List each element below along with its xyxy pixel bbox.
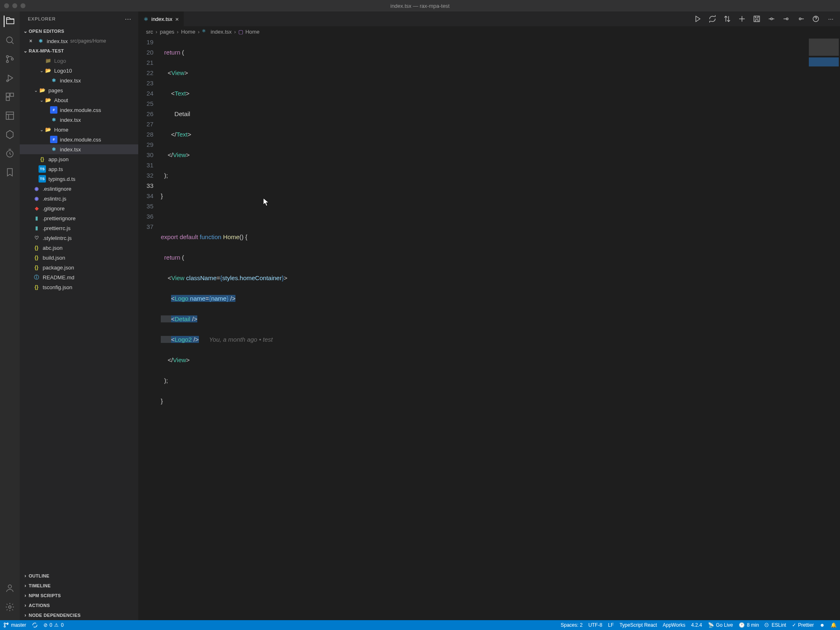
file-typings[interactable]: TStypings.d.ts	[20, 174, 138, 184]
file-home-tsx[interactable]: ⚛index.tsx	[20, 144, 138, 154]
save-icon[interactable]	[753, 15, 760, 23]
crumb-file[interactable]: ⚛index.tsx	[202, 28, 231, 35]
crumb-home[interactable]: Home	[181, 29, 195, 35]
section-timeline[interactable]: ›TIMELINE	[20, 581, 138, 591]
code-editor[interactable]: 19202122232425262728293031323334353637 r…	[139, 37, 807, 620]
tree-label: .eslintrc.js	[43, 196, 66, 202]
debug-icon[interactable]	[4, 72, 16, 84]
file-appjson[interactable]: {}app.json	[20, 154, 138, 164]
explorer-icon[interactable]	[4, 16, 15, 27]
file-gitignore[interactable]: ◆.gitignore	[20, 203, 138, 213]
section-actions[interactable]: ›ACTIONS	[20, 600, 138, 610]
commit-left-icon[interactable]	[783, 15, 790, 23]
minimap[interactable]	[807, 37, 840, 620]
sb-prettier[interactable]: ✓Prettier	[792, 622, 814, 628]
add-icon[interactable]	[738, 15, 746, 23]
section-project[interactable]: ⌄ RAX-MPA-TEST	[20, 46, 138, 56]
source-control-icon[interactable]	[4, 53, 16, 65]
close-icon[interactable]: ×	[175, 16, 179, 23]
file-buildjson[interactable]: {}build.json	[20, 253, 138, 262]
more-icon[interactable]: ⋯	[827, 15, 834, 23]
bookmark-icon[interactable]	[4, 167, 16, 178]
section-open-editors[interactable]: ⌄ OPEN EDITORS	[20, 26, 138, 36]
file-home-css[interactable]: #index.module.css	[20, 135, 138, 144]
sidebar-title: EXPLORER	[28, 16, 56, 21]
refresh-icon[interactable]	[709, 15, 716, 23]
window-controls[interactable]	[4, 3, 25, 8]
sb-problems[interactable]: ⊘0 ⚠0	[43, 622, 64, 628]
section-npm-scripts[interactable]: ›NPM SCRIPTS	[20, 591, 138, 600]
sb-spaces[interactable]: Spaces: 2	[561, 622, 582, 628]
code-content[interactable]: return ( <View> <Text> Detail </Text> </…	[161, 37, 807, 620]
section-label: TIMELINE	[29, 583, 51, 588]
file-appts[interactable]: TSapp.ts	[20, 164, 138, 174]
sb-feedback-icon[interactable]: ☻	[819, 622, 825, 628]
tab-index-tsx[interactable]: ⚛ index.tsx ×	[139, 11, 184, 26]
folder-logo[interactable]: 📁Logo	[20, 56, 138, 66]
sidebar-header: EXPLORER ⋯	[20, 11, 138, 26]
extensions-icon[interactable]	[4, 91, 16, 103]
file-abcjson[interactable]: {}abc.json	[20, 243, 138, 253]
sb-eol[interactable]: LF	[608, 622, 614, 628]
sb-time[interactable]: 🕐8 min	[739, 622, 759, 628]
folder-home[interactable]: ⌄📂Home	[20, 125, 138, 135]
hexagon-icon[interactable]	[4, 129, 16, 140]
svg-point-15	[799, 18, 801, 20]
file-about-css[interactable]: #index.module.css	[20, 105, 138, 115]
crumb-pages[interactable]: pages	[160, 29, 174, 35]
folder-logo10[interactable]: ⌄📂Logo10	[20, 66, 138, 75]
crumb-symbol[interactable]: ▢Home	[238, 29, 260, 35]
svg-point-0	[7, 37, 12, 43]
file-prettierignore[interactable]: ▮.prettierignore	[20, 213, 138, 223]
search-icon[interactable]	[4, 34, 16, 46]
file-packagejson[interactable]: {}package.json	[20, 262, 138, 272]
sb-branch[interactable]: master	[3, 622, 26, 628]
timer-icon[interactable]	[4, 148, 16, 159]
close-icon[interactable]: ×	[27, 37, 34, 45]
sidebar-more-icon[interactable]: ⋯	[125, 15, 132, 23]
breadcrumb[interactable]: src› pages› Home› ⚛index.tsx› ▢Home	[139, 26, 840, 37]
window-minimize[interactable]	[12, 3, 17, 8]
layout-icon[interactable]	[4, 110, 16, 121]
account-icon[interactable]	[4, 582, 16, 594]
sb-eslint[interactable]: ⛒ESLint	[765, 622, 786, 628]
commit-right-icon[interactable]	[797, 15, 805, 23]
tabs-bar: ⚛ index.tsx × ⋯	[139, 11, 840, 26]
sb-bell-icon[interactable]: 🔔	[831, 622, 837, 628]
crumb-src[interactable]: src	[146, 29, 153, 35]
file-tsconfig[interactable]: {}tsconfig.json	[20, 282, 138, 292]
commit-prev-icon[interactable]	[768, 15, 775, 23]
sb-sync[interactable]	[32, 622, 38, 628]
file-about-tsx[interactable]: ⚛index.tsx	[20, 115, 138, 125]
file-stylelintrc[interactable]: ♡.stylelintrc.js	[20, 233, 138, 243]
folder-about[interactable]: ⌄📂About	[20, 95, 138, 105]
file-eslintrc[interactable]: ◉.eslintrc.js	[20, 194, 138, 203]
sb-version[interactable]: 4.2.4	[691, 622, 702, 628]
help-icon[interactable]	[812, 15, 819, 23]
chevron-down-icon: ⌄	[22, 48, 29, 54]
file-prettierrc[interactable]: ▮.prettierrc.js	[20, 223, 138, 233]
folder-icon: 📁	[44, 57, 52, 64]
file-eslintignore[interactable]: ◉.eslintignore	[20, 184, 138, 194]
tree-label: Home	[54, 127, 68, 133]
section-node-dependencies[interactable]: ›NODE DEPENDENCIES	[20, 610, 138, 620]
compare-icon[interactable]	[724, 15, 731, 23]
chevron-right-icon: ›	[22, 583, 29, 589]
file-logo10-index[interactable]: ⚛index.tsx	[20, 75, 138, 85]
window-close[interactable]	[4, 3, 9, 8]
window-maximize[interactable]	[21, 3, 25, 8]
eslint-icon: ◉	[33, 195, 40, 202]
ts-icon: TS	[39, 165, 46, 173]
svg-rect-7	[6, 97, 9, 100]
settings-icon[interactable]	[4, 601, 16, 613]
section-outline[interactable]: ›OUTLINE	[20, 571, 138, 581]
open-editor-item[interactable]: × ⚛ index.tsx src/pages/Home	[20, 36, 138, 46]
run-icon[interactable]	[694, 15, 701, 23]
sb-golive[interactable]: 📡Go Live	[708, 622, 733, 628]
folder-pages[interactable]: ⌄📂pages	[20, 85, 138, 95]
sb-appworks[interactable]: AppWorks	[663, 622, 685, 628]
tree-label: package.json	[43, 265, 74, 271]
sb-encoding[interactable]: UTF-8	[588, 622, 602, 628]
sb-language[interactable]: TypeScript React	[619, 622, 657, 628]
file-readme[interactable]: ⓘREADME.md	[20, 272, 138, 282]
